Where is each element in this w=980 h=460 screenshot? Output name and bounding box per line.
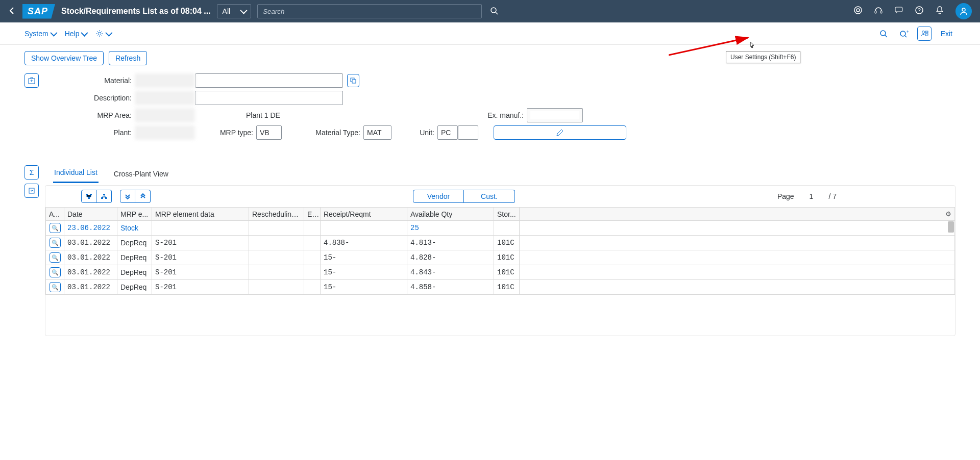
mrp-type-label: MRP type: [215,129,256,137]
collapse-all-icon[interactable] [135,190,151,203]
table-row[interactable]: 🔍03.01.2022DepReqS-20115-4.858-101C [46,280,955,295]
cell-resched [249,221,304,236]
menu-help-label: Help [65,30,80,38]
material-input[interactable] [195,73,343,88]
cell-stor: 101C [494,236,520,250]
col-date[interactable]: Date [64,208,117,221]
feedback-icon[interactable] [894,6,903,17]
cell-mrp-elem: Stock [117,221,152,236]
svg-text:+: + [906,30,909,34]
menu-bar: System Help + Exit [0,22,980,45]
detail-icon[interactable]: 🔍 [50,238,61,248]
cell-mrp-data: S-201 [152,265,249,280]
ex-manuf-input[interactable] [527,108,583,122]
back-icon[interactable] [8,7,16,16]
requirements-table: A... Date MRP e... MRP element data Resc… [45,207,955,295]
tab-individual-list[interactable]: Individual List [53,165,99,183]
detail-icon[interactable]: 🔍 [50,252,61,263]
detail-icon[interactable]: 🔍 [50,282,61,292]
svg-rect-27 [101,197,103,199]
description-input[interactable] [195,91,343,105]
show-tree-icon[interactable] [81,190,96,203]
col-e[interactable]: E... [304,208,321,221]
col-avail[interactable]: Available Qty [407,208,494,221]
cell-rest [520,250,955,265]
cell-available: 4.813- [407,236,494,250]
cell-available: 4.858- [407,280,494,295]
tabs: Individual List Cross-Plant View [53,165,955,183]
menu-system-label: System [24,30,48,38]
global-search-input[interactable] [257,4,482,18]
table-row[interactable]: 🔍03.01.2022DepReqS-20115-4.843-101C [46,265,955,280]
detail-icon[interactable]: 🔍 [50,223,61,233]
shell-actions: ? [853,3,972,19]
change-material-button[interactable] [494,125,626,140]
chevron-down-icon [106,30,111,38]
cust-button[interactable]: Cust. [464,190,515,203]
svg-point-10 [98,32,101,35]
vendor-button[interactable]: Vendor [413,190,464,203]
cell-available: 4.828- [407,250,494,265]
tooltip-user-settings: User Settings (Shift+F6) [726,51,800,63]
svg-rect-5 [880,11,882,13]
col-a[interactable]: A... [46,208,64,221]
col-rest: ⚙ [520,208,955,221]
unit-extra-input[interactable] [458,125,478,140]
search-icon[interactable] [490,7,498,16]
col-mrpe[interactable]: MRP e... [117,208,152,221]
show-tree-alt-icon[interactable] [96,190,112,203]
col-stor[interactable]: Stor... [494,208,520,221]
table-row[interactable]: 🔍03.01.2022DepReqS-2014.838-4.813-101C [46,236,955,250]
cell-stor: 101C [494,250,520,265]
svg-rect-28 [105,197,107,199]
sap-logo: SAP [22,4,55,19]
table-row[interactable]: 🔍03.01.2022DepReqS-20115-4.828-101C [46,250,955,265]
find-next-icon[interactable]: + [897,27,911,41]
user-avatar[interactable] [955,3,972,19]
value-help-icon[interactable] [347,74,359,87]
table-row[interactable]: 🔍23.06.2022Stock25 [46,221,955,236]
svg-text:?: ? [918,8,921,13]
col-recr[interactable]: Receipt/Reqmt [321,208,407,221]
menu-more[interactable] [95,30,111,38]
menu-help[interactable]: Help [65,30,87,38]
table-settings-icon[interactable]: ⚙ [945,210,951,218]
headset-icon[interactable] [874,6,883,17]
table-header-row: A... Date MRP e... MRP element data Resc… [46,208,955,221]
left-icon-column: Σ [24,165,45,198]
plant-name-text: Plant 1 DE [246,111,348,119]
page-current: 1 [810,192,814,200]
cell-resched [249,250,304,265]
cell-date: 03.01.2022 [64,250,117,265]
svg-rect-6 [895,7,902,12]
tab-cross-plant-view[interactable]: Cross-Plant View [113,167,169,183]
header-form: Material: Description: MRP Area: Plant 1… [0,71,980,150]
col-mrped[interactable]: MRP element data [152,208,249,221]
create-favorite-button[interactable] [24,73,39,88]
cell-rest [520,236,955,250]
menu-system[interactable]: System [24,30,56,38]
scope-select[interactable]: All [217,4,252,18]
sum-icon[interactable]: Σ [24,165,39,180]
scroll-thumb[interactable] [948,221,954,233]
svg-rect-21 [352,80,356,83]
help-icon[interactable]: ? [915,6,924,17]
mrp-type-value: VB [256,125,282,140]
cell-stor: 101C [494,265,520,280]
scope-select-label: All [223,7,231,15]
svg-point-13 [900,31,905,36]
user-settings-button[interactable] [917,27,932,41]
expand-all-icon[interactable] [120,190,135,203]
export-icon[interactable] [24,184,39,198]
bell-icon[interactable] [935,6,944,17]
find-icon[interactable] [876,27,891,41]
show-overview-tree-button[interactable]: Show Overview Tree [24,51,104,65]
col-resch[interactable]: Rescheduling... [249,208,304,221]
svg-point-3 [856,9,860,12]
svg-line-14 [905,36,906,37]
circle-icon[interactable] [853,6,863,17]
cell-receipt: 4.838- [321,236,407,250]
exit-button[interactable]: Exit [938,30,955,38]
detail-icon[interactable]: 🔍 [50,267,61,277]
refresh-button[interactable]: Refresh [109,51,147,65]
